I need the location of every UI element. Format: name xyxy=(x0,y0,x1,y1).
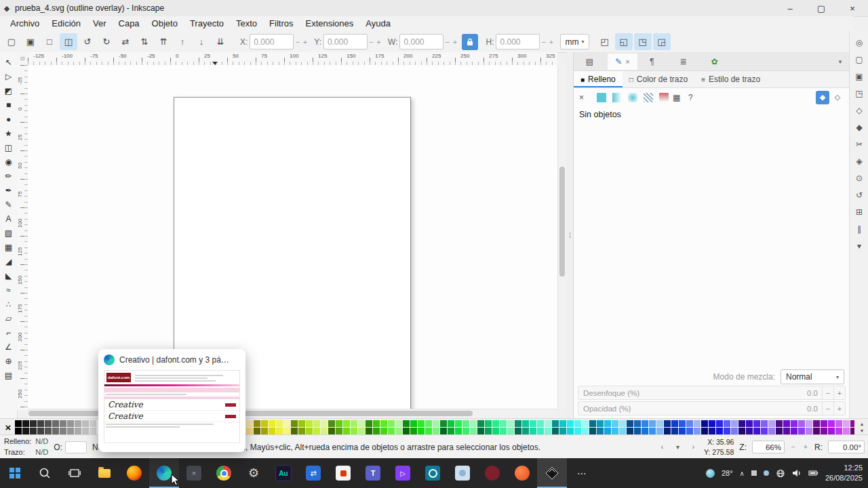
settings-button[interactable]: ⚙ xyxy=(239,458,269,488)
palette-swatch[interactable] xyxy=(403,428,410,434)
palette-swatch[interactable] xyxy=(530,420,536,427)
palette-swatch[interactable] xyxy=(567,420,574,427)
app-lightblue-button[interactable] xyxy=(448,458,477,488)
lower-to-bottom-button[interactable]: ⇊ xyxy=(212,33,229,50)
palette-swatch[interactable] xyxy=(619,420,626,427)
menu-item[interactable]: Ver xyxy=(87,16,113,31)
app-orange-button[interactable] xyxy=(507,458,537,488)
tab-relleno[interactable]: ■ Relleno xyxy=(574,71,623,87)
menu-item[interactable]: Texto xyxy=(230,16,263,31)
palette-swatch[interactable] xyxy=(470,428,477,434)
palette-swatch[interactable] xyxy=(30,420,37,427)
tray-app-icon[interactable] xyxy=(751,470,757,476)
palette-swatch[interactable] xyxy=(492,428,499,434)
palette-swatch[interactable] xyxy=(15,420,22,427)
palette-swatch[interactable] xyxy=(336,428,342,434)
mesh-tool[interactable]: ▦ xyxy=(1,240,16,254)
menu-item[interactable]: Capa xyxy=(113,16,146,31)
tray-app-icon-2[interactable] xyxy=(764,470,769,476)
palette-swatch[interactable] xyxy=(806,428,812,434)
taskbar-clock[interactable]: 12:25 26/08/2025 xyxy=(825,463,863,483)
palette-swatch[interactable] xyxy=(589,428,596,434)
palette-swatch[interactable] xyxy=(433,428,439,434)
palette-swatch[interactable] xyxy=(612,420,618,427)
palette-swatch[interactable] xyxy=(806,420,812,427)
paint-pattern-button[interactable] xyxy=(642,91,655,104)
palette-swatch[interactable] xyxy=(298,420,305,427)
palette-swatch[interactable] xyxy=(634,428,641,434)
snap-global-icon[interactable]: ◎ xyxy=(852,35,867,49)
palette-swatch[interactable] xyxy=(701,428,708,434)
palette-swatch[interactable] xyxy=(15,428,22,434)
dock-tab-text[interactable]: ¶ xyxy=(639,54,669,70)
dock-tab-fill-stroke[interactable]: ✎ × xyxy=(608,54,637,70)
palette-swatch[interactable] xyxy=(351,420,357,427)
palette-swatch[interactable] xyxy=(254,428,260,434)
taskbar-search-button[interactable] xyxy=(30,458,60,488)
palette-swatch[interactable] xyxy=(761,420,768,427)
audition-button[interactable]: Au xyxy=(269,458,298,488)
palette-swatch[interactable] xyxy=(90,428,96,434)
nav-prev-button[interactable]: ‹ xyxy=(657,442,667,453)
snap-page-icon[interactable]: ⊞ xyxy=(852,205,867,219)
palette-swatch[interactable] xyxy=(709,420,715,427)
palette-swatch[interactable] xyxy=(574,420,581,427)
palette-swatch[interactable] xyxy=(45,428,52,434)
blur-plus-button[interactable]: + xyxy=(833,386,845,399)
palette-swatch[interactable] xyxy=(724,428,730,434)
palette-swatch[interactable] xyxy=(388,428,395,434)
text-tool[interactable]: A xyxy=(1,211,16,226)
palette-swatch[interactable] xyxy=(731,428,738,434)
palette-swatch[interactable] xyxy=(380,428,387,434)
dock-collapse-arrow-icon[interactable]: ▾ xyxy=(833,58,847,65)
volume-icon[interactable] xyxy=(792,469,802,477)
palette-swatch[interactable] xyxy=(679,420,686,427)
palette-swatch[interactable] xyxy=(485,428,492,434)
menu-item[interactable]: Extensiones xyxy=(299,16,359,31)
snap-path-icon[interactable]: ◆ xyxy=(852,120,867,134)
palette-swatch[interactable] xyxy=(724,420,730,427)
palette-swatch[interactable] xyxy=(634,420,641,427)
nav-next-button[interactable]: › xyxy=(688,442,698,453)
palette-swatch[interactable] xyxy=(664,420,671,427)
palette-swatch[interactable] xyxy=(492,420,499,427)
palette-swatch[interactable] xyxy=(276,420,283,427)
menu-item[interactable]: Objeto xyxy=(146,16,184,31)
palette-swatch[interactable] xyxy=(22,420,29,427)
palette-swatch[interactable] xyxy=(283,428,290,434)
palette-swatch[interactable] xyxy=(530,428,536,434)
palette-swatch[interactable] xyxy=(545,428,551,434)
snap-center-icon[interactable]: ⊙ xyxy=(852,171,867,185)
palette-swatch[interactable] xyxy=(559,428,566,434)
node-tool[interactable]: ▷ xyxy=(1,69,16,83)
palette-swatch[interactable] xyxy=(321,420,328,427)
opacity-minus-button[interactable]: − xyxy=(822,402,833,415)
paint-linear-gradient-button[interactable] xyxy=(610,91,624,104)
palette-swatch[interactable] xyxy=(82,420,89,427)
w-input[interactable]: 0.000 xyxy=(399,34,443,49)
palette-swatch[interactable] xyxy=(298,428,305,434)
palette-swatch[interactable] xyxy=(522,428,529,434)
palette-swatch[interactable] xyxy=(537,420,544,427)
chevron-up-icon[interactable]: ∧ xyxy=(740,470,745,477)
tweak-tool[interactable]: ≈ xyxy=(1,283,16,297)
measure-tool[interactable]: ∠ xyxy=(1,340,16,354)
pencil-tool[interactable]: ✏ xyxy=(1,169,16,183)
snap-bbox-edge-icon[interactable]: ▣ xyxy=(852,69,867,83)
palette-swatch[interactable] xyxy=(462,420,469,427)
palette-swatch[interactable] xyxy=(552,428,559,434)
palette-swatch[interactable] xyxy=(843,420,850,427)
maximize-button[interactable]: ▢ xyxy=(806,0,837,16)
palette-swatch[interactable] xyxy=(537,428,544,434)
palette-swatch[interactable] xyxy=(52,420,59,427)
palette-swatch[interactable] xyxy=(366,428,372,434)
palette-swatch[interactable] xyxy=(694,420,701,427)
palette-swatch[interactable] xyxy=(75,420,81,427)
palette-swatch[interactable] xyxy=(515,428,521,434)
palette-swatch[interactable] xyxy=(403,420,410,427)
spiral-tool[interactable]: ◉ xyxy=(1,155,16,169)
palette-swatch[interactable] xyxy=(738,428,745,434)
palette-swatch[interactable] xyxy=(559,420,566,427)
palette-swatch[interactable] xyxy=(627,420,633,427)
palette-swatch[interactable] xyxy=(440,420,447,427)
